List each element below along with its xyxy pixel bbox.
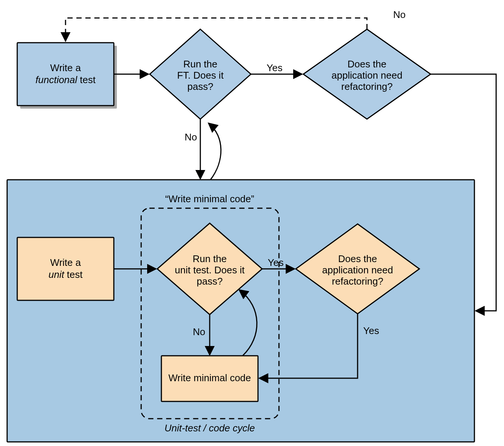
node-write-minimal-code: Write minimal code: [161, 356, 258, 401]
label-ut-no: No: [193, 326, 205, 337]
unit-cycle-container: [7, 180, 474, 442]
svg-rect-0: [7, 180, 474, 442]
svg-text:unit test: unit test: [48, 269, 83, 280]
node-write-unit-test: Write a unit test: [17, 237, 114, 300]
label-refactor-top-no: No: [393, 9, 406, 20]
svg-text:application need: application need: [322, 264, 393, 276]
cycle-caption: Unit-test / code cycle: [164, 422, 255, 434]
node-refactor-top: Does the application need refactoring?: [303, 29, 431, 119]
svg-text:Run the: Run the: [192, 253, 227, 264]
edge-container-back-to-runft: [209, 124, 221, 180]
write-min-header: “Write minimal code”: [165, 193, 254, 204]
label-ft-yes: Yes: [267, 62, 282, 73]
svg-text:refactoring?: refactoring?: [332, 276, 383, 287]
svg-text:FT. Does it: FT. Does it: [177, 70, 224, 81]
flowchart-diagram: “Write minimal code” Unit-test / code cy…: [0, 0, 504, 446]
svg-text:Write a: Write a: [50, 257, 81, 268]
svg-text:pass?: pass?: [197, 276, 222, 287]
label-ft-no: No: [185, 131, 197, 143]
svg-text:Write minimal code: Write minimal code: [168, 372, 251, 383]
svg-text:Does the: Does the: [338, 253, 377, 264]
node-run-ft: Run the FT. Does it pass?: [150, 29, 251, 119]
svg-text:refactoring?: refactoring?: [341, 81, 392, 92]
svg-text:functional test: functional test: [36, 74, 96, 85]
svg-text:unit test. Does it: unit test. Does it: [175, 264, 245, 276]
svg-text:Does the: Does the: [347, 58, 386, 70]
svg-text:Run the: Run the: [183, 58, 217, 70]
svg-text:pass?: pass?: [187, 81, 213, 92]
label-refactor-bot-yes: Yes: [363, 325, 379, 336]
svg-text:Write a: Write a: [50, 62, 81, 73]
node-write-functional-test: Write a functional test: [17, 43, 117, 109]
svg-text:application need: application need: [331, 70, 402, 81]
edge-refactortop-no: [66, 18, 367, 40]
label-ut-yes: Yes: [268, 257, 283, 268]
